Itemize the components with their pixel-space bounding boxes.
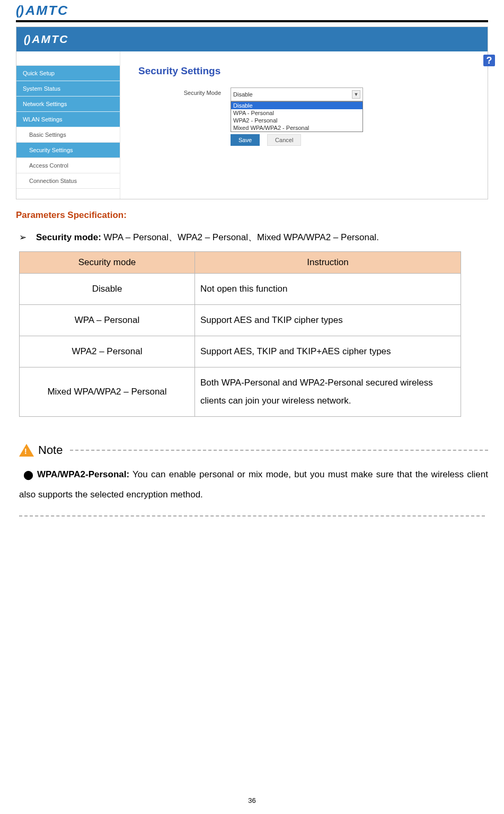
note-body: ⬤WPA/WPA2-Personal: You can enable perso… [19,465,488,505]
table-row: Mixed WPA/WPA2 – Personal Both WPA-Perso… [20,367,461,416]
security-mode-bullet: ➢ Security mode: WPA – Personal、WPA2 – P… [19,231,488,244]
sidebar-item-system-status[interactable]: System Status [16,81,120,97]
note-end-dashed-line [19,515,485,517]
sidebar: Quick Setup System Status Network Settin… [16,51,120,199]
page-number: 36 [0,797,504,804]
chevron-down-icon: ▼ [352,90,360,99]
table-row: WPA2 – Personal Support AES, TKIP and TK… [20,336,461,367]
sidebar-blank [16,51,120,66]
sidebar-subitem-basic-settings[interactable]: Basic Settings [16,127,120,143]
table-cell-instruction: Support AES and TKIP cipher types [195,304,461,336]
note-heading-row: ! Note [19,443,488,457]
parameters-specification-heading: Parameters Specification: [16,210,488,221]
table-header-security-mode: Security mode [20,251,195,273]
header-logo: () AMTC [16,3,67,18]
table-cell-mode: Mixed WPA/WPA2 – Personal [20,367,195,416]
note-label: Note [38,443,63,457]
sidebar-item-wlan-settings[interactable]: WLAN Settings [16,112,120,127]
ui-logo: () AMTC [24,33,68,46]
table-cell-mode: Disable [20,273,195,304]
warning-icon: ! [19,444,34,457]
content-area: ? Security Settings Security Mode Disabl… [120,51,488,199]
table-cell-mode: WPA2 – Personal [20,336,195,367]
help-icon[interactable]: ? [483,55,495,66]
dropdown-option-wpa2-personal[interactable]: WPA2 - Personal [231,117,362,124]
ui-topbar: () AMTC [16,27,488,51]
arrow-bullet-icon: ➢ [19,231,26,244]
save-button[interactable]: Save [231,134,260,146]
content-title: Security Settings [138,65,472,77]
security-mode-bullet-text: WPA – Personal、WPA2 – Personal、Mixed WPA… [101,232,379,242]
security-mode-table: Security mode Instruction Disable Not op… [19,251,461,417]
cancel-button[interactable]: Cancel [267,134,301,146]
dropdown-option-wpa-personal[interactable]: WPA - Personal [231,109,362,117]
disc-bullet-icon: ⬤ [19,465,37,485]
sidebar-subitem-security-settings[interactable]: Security Settings [16,143,120,158]
table-cell-instruction: Support AES, TKIP and TKIP+AES cipher ty… [195,336,461,367]
logo-mark-icon: () [16,3,23,18]
sidebar-subitem-connection-status[interactable]: Connection Status [16,173,120,189]
table-cell-instruction: Both WPA-Personal and WPA2-Personal secu… [195,367,461,416]
ui-logo-mark-icon: () [24,33,30,46]
doc-header: () AMTC [16,0,488,20]
security-mode-dropdown: Disable WPA - Personal WPA2 - Personal M… [231,101,363,132]
form-row-security-mode: Security Mode Disable ▼ Disable WPA - Pe… [136,87,472,146]
dropdown-option-disable[interactable]: Disable [231,102,362,109]
table-cell-instruction: Not open this function [195,273,461,304]
sidebar-subitem-access-control[interactable]: Access Control [16,158,120,173]
table-header-instruction: Instruction [195,251,461,273]
logo-text: AMTC [25,3,68,18]
sidebar-item-quick-setup[interactable]: Quick Setup [16,66,120,81]
sidebar-item-network-settings[interactable]: Network Settings [16,97,120,112]
dropdown-option-mixed[interactable]: Mixed WPA/WPA2 - Personal [231,124,362,132]
table-row: Disable Not open this function [20,273,461,304]
note-bullet-label: WPA/WPA2-Personal: [37,469,129,479]
select-current-value: Disable [233,91,253,98]
security-mode-bullet-label: Security mode: [36,232,101,242]
router-ui-screenshot: () AMTC Quick Setup System Status Networ… [16,27,488,199]
table-cell-mode: WPA – Personal [20,304,195,336]
form-label-security-mode: Security Mode [136,87,221,96]
header-divider [16,20,488,22]
table-row: WPA – Personal Support AES and TKIP ciph… [20,304,461,336]
note-dashed-line [70,449,488,451]
security-mode-select[interactable]: Disable ▼ [231,87,363,101]
ui-logo-text: AMTC [32,33,69,46]
